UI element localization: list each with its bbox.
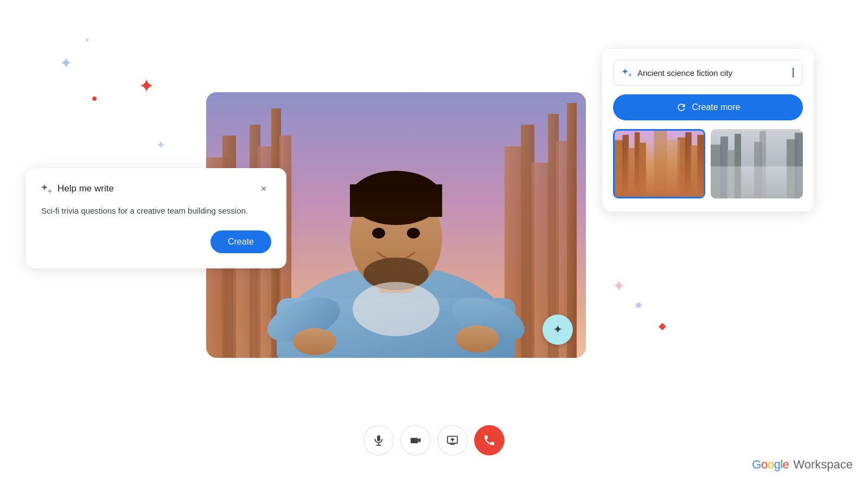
sparkle-pink-icon: ✦ (612, 277, 626, 296)
city-art-2 (711, 129, 803, 198)
screen-share-button[interactable] (437, 425, 468, 455)
workspace-label: Workspace (793, 458, 853, 472)
create-button[interactable]: Create (210, 230, 271, 253)
person-figure (260, 114, 532, 358)
text-cursor (793, 68, 794, 78)
svg-rect-35 (615, 140, 624, 196)
svg-rect-40 (678, 138, 687, 197)
end-call-icon (483, 434, 496, 447)
create-more-label: Create more (692, 102, 741, 112)
svg-rect-41 (685, 132, 692, 197)
svg-rect-32 (411, 438, 418, 443)
svg-point-23 (407, 228, 420, 239)
refresh-icon (676, 102, 687, 113)
sparkle-blue-large-icon: ✦ (60, 54, 72, 72)
help-me-write-card: Help me write × Sci-fi trivia questions … (26, 168, 286, 268)
svg-point-22 (372, 228, 385, 239)
sparkle-blue-small-icon: ✦ (84, 35, 91, 45)
svg-point-28 (456, 325, 499, 352)
google-e: e (783, 458, 789, 471)
card-header: Help me write × (41, 181, 271, 196)
scifi-city-warm-image (615, 131, 704, 197)
ai-wand-icon (622, 68, 632, 78)
svg-rect-38 (635, 132, 640, 197)
card-title: Help me write (41, 183, 114, 194)
svg-rect-42 (691, 145, 698, 197)
svg-rect-29 (377, 435, 380, 441)
sparkle-button-icon: ✦ (553, 323, 563, 337)
sparkle-blue-sm2-icon: ✦ (156, 138, 165, 151)
create-more-button[interactable]: Create more (613, 94, 803, 120)
dot-lavender-icon (636, 303, 641, 308)
close-card-button[interactable]: × (256, 181, 271, 196)
google-g2: g (774, 458, 780, 471)
svg-rect-20 (350, 184, 442, 217)
call-controls-bar (363, 425, 505, 455)
close-icon: × (261, 183, 267, 195)
camera-icon (410, 434, 422, 446)
image-thumb-2[interactable] (711, 129, 803, 198)
card-body-text: Sci-fi trivia questions for a creative t… (41, 205, 271, 217)
image-grid (613, 129, 803, 198)
card-title-text: Help me write (58, 183, 114, 194)
end-call-button[interactable] (474, 425, 505, 455)
ai-sparkle-button[interactable]: ✦ (542, 314, 573, 345)
image-thumb-1[interactable] (613, 129, 705, 198)
google-g: G (752, 458, 761, 471)
google-o2: o (768, 458, 774, 471)
wand-icon (41, 183, 52, 194)
screen-share-icon (446, 434, 458, 446)
mic-icon (373, 434, 385, 446)
svg-rect-45 (665, 140, 680, 196)
svg-point-24 (353, 282, 439, 336)
svg-rect-43 (697, 135, 704, 197)
svg-rect-39 (639, 143, 646, 196)
city-art-1 (615, 131, 704, 197)
svg-rect-37 (628, 148, 635, 197)
svg-point-27 (293, 328, 336, 355)
scifi-city-cool-image (711, 129, 803, 198)
image-generation-card: Ancient science fiction city Create more (602, 49, 814, 211)
svg-rect-36 (622, 135, 629, 197)
svg-rect-55 (711, 166, 803, 198)
prompt-text: Ancient science fiction city (637, 68, 787, 78)
prompt-input-field[interactable]: Ancient science fiction city (613, 60, 803, 86)
sparkle-red-icon: ✦ (138, 75, 155, 98)
google-workspace-branding: Google Workspace (752, 458, 853, 472)
google-logo-text: Google (752, 458, 789, 472)
google-o1: o (761, 458, 768, 471)
sparkle-red-small-icon: ◆ (659, 320, 666, 332)
mic-button[interactable] (363, 425, 394, 455)
camera-button[interactable] (400, 425, 431, 455)
